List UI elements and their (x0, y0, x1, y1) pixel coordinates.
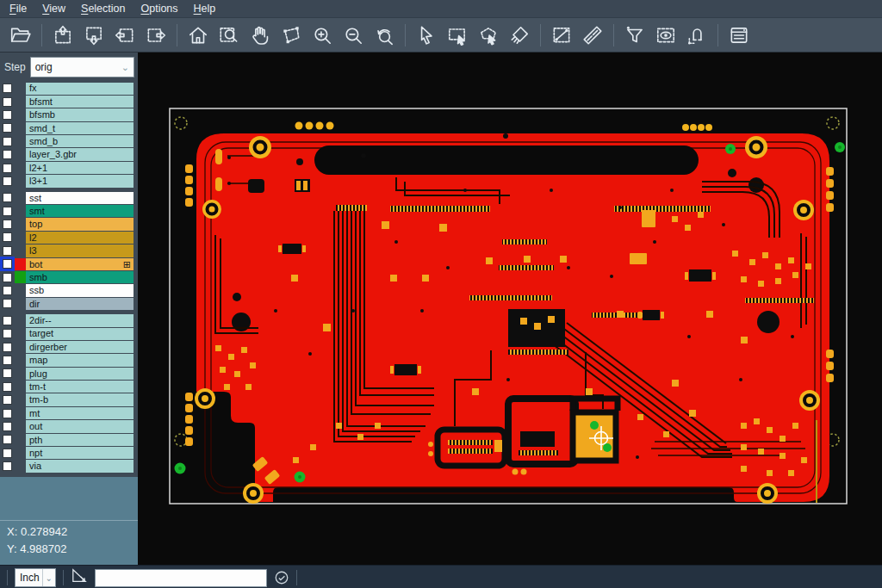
layer-row[interactable]: bfsmt (0, 95, 138, 108)
layer-color-swatch (15, 175, 26, 187)
layer-row[interactable]: via (0, 460, 138, 473)
layer-name: out (29, 420, 134, 433)
layer-checkbox[interactable] (3, 164, 12, 173)
pan-button[interactable] (245, 21, 276, 50)
zoom-area-icon (218, 24, 240, 46)
layer-row[interactable]: tm-t (0, 381, 138, 393)
layer-checkbox[interactable] (3, 220, 12, 229)
layer-checkbox[interactable] (3, 97, 12, 107)
layer-checkbox[interactable] (3, 461, 12, 471)
step-dropdown[interactable]: orig ⌄ (30, 57, 134, 77)
zoom-out-button[interactable] (338, 21, 369, 50)
layer-row[interactable]: bot ⊞ (0, 257, 138, 270)
layer-row[interactable]: top (0, 218, 138, 231)
layer-row[interactable]: map (0, 354, 138, 367)
measure-ruler-button[interactable] (577, 21, 608, 50)
zoom-home-button[interactable] (183, 21, 214, 50)
unit-dropdown[interactable]: Inch ⌄ (15, 568, 56, 587)
layer-checkbox[interactable] (3, 259, 12, 269)
shift-right-button[interactable] (140, 21, 171, 50)
layer-checkbox[interactable] (3, 343, 12, 352)
menu-item[interactable]: Selection (73, 0, 133, 17)
layer-checkbox[interactable] (3, 435, 12, 444)
layer-checkbox[interactable] (3, 329, 12, 338)
layer-row[interactable]: smb (0, 270, 138, 283)
layer-name: tm-t (29, 381, 134, 393)
layer-checkbox[interactable] (3, 84, 12, 93)
layer-color-swatch (15, 108, 26, 121)
layer-checkbox[interactable] (3, 176, 12, 186)
select-cursor-button[interactable] (411, 21, 442, 50)
layer-row[interactable]: layer_3.gbr (0, 148, 138, 161)
layer-row[interactable]: smt (0, 205, 138, 218)
select-polygon-button[interactable] (473, 21, 504, 50)
layer-row[interactable]: tm-b (0, 393, 138, 406)
layer-row[interactable]: mt (0, 406, 138, 419)
layer-color-swatch (15, 205, 26, 217)
zoom-polygon-button[interactable] (276, 21, 307, 50)
log-panel-button[interactable] (724, 21, 755, 50)
open-file-button[interactable] (5, 21, 36, 50)
layer-checkbox[interactable] (3, 273, 12, 282)
layer-checkbox[interactable] (3, 150, 12, 159)
menu-item[interactable]: Options (133, 0, 185, 17)
layer-row[interactable]: dir (0, 297, 138, 310)
layer-row[interactable]: bfsmb (0, 108, 138, 121)
zoom-previous-button[interactable] (369, 21, 400, 50)
layer-checkbox[interactable] (3, 409, 12, 418)
layer-checkbox[interactable] (3, 299, 12, 308)
view-options-button[interactable] (650, 21, 681, 50)
layer-row[interactable]: smd_b (0, 135, 138, 148)
layer-checkbox[interactable] (3, 207, 12, 216)
select-rectangle-button[interactable] (442, 21, 473, 50)
command-input[interactable] (95, 569, 267, 587)
layer-checkbox[interactable] (3, 246, 12, 256)
menu-item[interactable]: View (34, 0, 73, 17)
layer-row[interactable]: out (0, 420, 138, 433)
filter-button[interactable] (619, 21, 650, 50)
apply-button[interactable] (274, 570, 289, 585)
measure-line-button[interactable] (546, 21, 577, 50)
pcb-viewport[interactable] (138, 53, 882, 565)
layer-checkbox[interactable] (3, 316, 12, 325)
layer-checkbox[interactable] (3, 286, 12, 295)
layer-checkbox[interactable] (3, 449, 12, 458)
menu-item[interactable]: Help (186, 0, 224, 17)
layer-row[interactable]: ssb (0, 284, 138, 297)
layer-row[interactable]: sst (0, 191, 138, 204)
layer-checkbox[interactable] (3, 422, 12, 431)
menu-item[interactable]: File (2, 0, 34, 17)
layer-row[interactable]: pth (0, 433, 138, 446)
snap-button[interactable] (681, 21, 712, 50)
toolbar-separator (405, 24, 406, 46)
layer-checkbox[interactable] (3, 395, 12, 405)
menu-bar: File View Selection Options Help (0, 0, 882, 18)
zoom-in-button[interactable] (307, 21, 338, 50)
layer-checkbox[interactable] (3, 110, 12, 120)
layer-row[interactable]: target (0, 327, 138, 340)
layer-row[interactable]: smd_t (0, 121, 138, 134)
edge-trace (816, 420, 817, 503)
layer-checkbox[interactable] (3, 356, 12, 365)
layer-checkbox[interactable] (3, 368, 12, 378)
layer-checkbox[interactable] (3, 123, 12, 133)
layer-row[interactable]: l3+1 (0, 175, 138, 188)
clear-brush-button[interactable] (504, 21, 535, 50)
layer-row[interactable]: l2+1 (0, 161, 138, 174)
layer-row[interactable]: npt (0, 447, 138, 460)
layer-row[interactable]: l3 (0, 244, 138, 257)
layer-checkbox[interactable] (3, 193, 12, 202)
layer-row[interactable]: 2dir-- (0, 314, 138, 327)
layer-row[interactable]: plug (0, 367, 138, 380)
layer-checkbox[interactable] (3, 232, 12, 242)
zoom-window-button[interactable] (214, 21, 245, 50)
import-step-down-button[interactable] (78, 21, 109, 50)
shift-left-button[interactable] (109, 21, 140, 50)
layer-row[interactable]: l2 (0, 231, 138, 244)
layer-checkbox[interactable] (3, 382, 12, 392)
layer-checkbox[interactable] (3, 137, 12, 146)
layer-row[interactable]: fx (0, 82, 138, 95)
layer-row[interactable]: dirgerber (0, 340, 138, 353)
corner-measure-button[interactable] (71, 568, 88, 587)
import-step-up-button[interactable] (47, 21, 78, 50)
